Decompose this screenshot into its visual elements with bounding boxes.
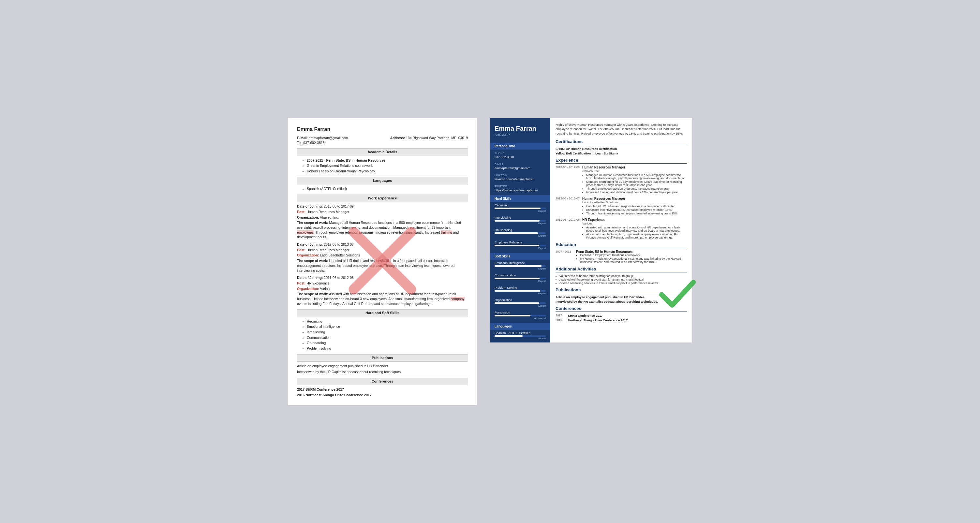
work-scope-0: The scope of work: Managed all Human Res… bbox=[297, 220, 468, 240]
exp-bullet-0-0: Managed all Human Resources functions in… bbox=[586, 173, 687, 180]
tel-val: 937-602-3818 bbox=[303, 141, 325, 145]
work-post-2: Post: HR Experience bbox=[297, 281, 468, 286]
academic-item-0: 2007-2011 - Penn State, BS in Human Reso… bbox=[307, 158, 468, 163]
main-container: Emma Farran E-Mail: emmapfarran@gmail.co… bbox=[262, 118, 718, 405]
right-conferences-title: Conferences bbox=[555, 306, 687, 312]
linkedin-val: linkedin.com/in/emmapfarran bbox=[495, 177, 546, 181]
exp-title-1: Human Resources Manager bbox=[582, 197, 687, 200]
conferences-header: Conferences bbox=[297, 378, 468, 385]
work-org-2: Organization: Various bbox=[297, 286, 468, 291]
exp-bullets-0: Managed all Human Resources functions in… bbox=[586, 173, 687, 194]
exp-detail-2: HR Experience Various Assisted with admi… bbox=[582, 218, 687, 240]
add-1: Assisted with interviewing event staff f… bbox=[560, 278, 687, 281]
conf-year-1: 2016 bbox=[555, 318, 565, 322]
edu-title-0: Penn State, BS in Human Resources bbox=[576, 250, 687, 254]
skill-1: Emotional intelligence bbox=[307, 324, 468, 329]
phone-label: Phone bbox=[495, 151, 546, 155]
work-entry-2: Date of Joining: 2011-06 to 2012-08 Post… bbox=[297, 275, 468, 306]
lang-spanish: Spanish - ACTFL Certified Fluent bbox=[490, 330, 550, 342]
cert-1: Yellow Belt Certification in Lean Six Si… bbox=[555, 151, 687, 155]
experience-title: Experience bbox=[555, 158, 687, 164]
conf-0: 2017 SHRM Conference 2017 bbox=[297, 387, 468, 392]
left-name: Emma Farran bbox=[297, 126, 468, 133]
skill-2: Interviewing bbox=[307, 330, 468, 335]
certifications-title: Certifications bbox=[555, 139, 687, 145]
right-summary: Highly effective Human Resources manager… bbox=[555, 122, 687, 136]
right-credential: SHRM-CP bbox=[495, 133, 546, 137]
add-0: Volunteered to handle temp staffing for … bbox=[560, 274, 687, 278]
conf-entry-0: 2017 SHRM Conference 2017 bbox=[555, 314, 687, 317]
phone-val: 937-602-3818 bbox=[495, 155, 546, 159]
email-val: emmapfarran@gmail.com bbox=[495, 166, 546, 170]
email-val: emmapfarran@gmail.com bbox=[309, 136, 348, 140]
skill-4: On-boarding bbox=[307, 340, 468, 345]
exp-bullets-2: Assisted with administration and operati… bbox=[586, 226, 687, 239]
left-name-block: Emma Farran bbox=[297, 126, 468, 133]
edu-detail-0: Penn State, BS in Human Resources Excell… bbox=[576, 250, 687, 264]
skill-0: Recruiting bbox=[307, 319, 468, 324]
work-scope-2: The scope of work: Assisted with adminis… bbox=[297, 292, 468, 306]
exp-bullet-0-2: Through employee retention programs, inc… bbox=[586, 187, 687, 190]
hard-skills-label: Hard Skills bbox=[490, 195, 550, 202]
right-pub-1: Interviewed by the HR Capitalist podcast… bbox=[555, 300, 687, 304]
exp-bullet-2-0: Assisted with administration and operati… bbox=[586, 226, 687, 232]
work-org-1: Organization: Ladd Leadbetter Solutions bbox=[297, 253, 468, 258]
edu-bullet-0-0: Excelled in Employment Relations coursew… bbox=[580, 254, 687, 257]
exp-entry-0: 2013-08 - 2017-09 Human Resources Manage… bbox=[555, 165, 687, 194]
cert-0: SHRM-CP Human Resources Certification bbox=[555, 147, 687, 151]
work-date-1: Date of Joining: 2012-08 to 2013-07 bbox=[297, 242, 468, 247]
exp-title-0: Human Resources Manager bbox=[582, 165, 687, 169]
email-block: E-mail emmapfarran@gmail.com bbox=[490, 161, 550, 172]
right-main-content: Highly effective Human Resources manager… bbox=[550, 118, 692, 342]
add-2: Offered consulting services to train a s… bbox=[560, 281, 687, 285]
exp-org-1: Ladd Leadbetter Solutions bbox=[582, 200, 687, 204]
twitter-block: Twitter https://twitter.com/emmapfarran bbox=[490, 183, 550, 194]
work-org-0: Organization: Abaveo, Inc. bbox=[297, 215, 468, 220]
skill-recruiting: Recruiting Expert bbox=[490, 202, 550, 215]
work-header: Work Experience bbox=[297, 194, 468, 202]
linkedin-label: LinkedIn bbox=[495, 174, 546, 177]
address-label: Address: bbox=[390, 136, 405, 140]
work-post-0: Post: Human Resources Manager bbox=[297, 210, 468, 215]
right-name-section: Emma Farran SHRM-CP bbox=[490, 118, 550, 141]
skills-list: Recruiting Emotional intelligence Interv… bbox=[307, 319, 468, 351]
academic-item-2: Honors Thesis on Organizational Psycholo… bbox=[307, 169, 468, 174]
conf-1: 2016 Northeast Shingo Prize Conference 2… bbox=[297, 393, 468, 397]
education-title: Education bbox=[555, 242, 687, 248]
exp-bullet-1-2: Through lean interviewing techniques, lo… bbox=[586, 212, 687, 215]
exp-title-2: HR Experience bbox=[582, 218, 687, 222]
tel-label: Tel: bbox=[297, 141, 302, 145]
conf-entry-1: 2016 Northeast Shingo Prize Conference 2… bbox=[555, 318, 687, 322]
additional-title: Additional Activities bbox=[555, 267, 687, 272]
pub-text-2: Interviewed by the HR Capitalist podcast… bbox=[297, 369, 468, 374]
skill-persuasion: Persuasion Advanced bbox=[490, 309, 550, 322]
address-val: 134 Rightward Way Portland, ME, 04019 bbox=[406, 136, 468, 140]
exp-bullet-2-1: At a small manufacturing firm, organized… bbox=[586, 233, 687, 239]
twitter-label: Twitter bbox=[495, 185, 546, 188]
skill-3: Communication bbox=[307, 335, 468, 340]
linkedin-block: LinkedIn linkedin.com/in/emmapfarran bbox=[490, 172, 550, 183]
exp-detail-1: Human Resources Manager Ladd Leadbetter … bbox=[582, 197, 687, 215]
conf-name-1: Northeast Shingo Prize Conference 2017 bbox=[568, 318, 628, 322]
exp-bullet-1-1: Enhanced incentive structure. Increased … bbox=[586, 208, 687, 211]
work-date-0: Date of Joining: 2013-08 to 2017-09 bbox=[297, 204, 468, 209]
edu-bullets-0: Excelled in Employment Relations coursew… bbox=[580, 254, 687, 264]
language-item-0: Spanish (ACTFL Certified) bbox=[307, 186, 468, 191]
languages-label: Languages bbox=[490, 323, 550, 330]
right-name: Emma Farran bbox=[495, 124, 546, 132]
edu-entry-0: 2007 - 2011 Penn State, BS in Human Reso… bbox=[555, 250, 687, 264]
soft-skills-label: Soft Skills bbox=[490, 253, 550, 260]
conf-name-0: SHRM Conference 2017 bbox=[568, 314, 603, 317]
email-label: E-Mail: bbox=[297, 136, 308, 140]
exp-bullet-1-0: Handled all HR duties and responsibiliti… bbox=[586, 205, 687, 208]
languages-header: Languages bbox=[297, 177, 468, 184]
exp-entry-2: 2011-06 - 2012-08 HR Experience Various … bbox=[555, 218, 687, 240]
skills-header: Hard and Soft Skills bbox=[297, 309, 468, 317]
pub-text-1: Article on employee engagement published… bbox=[297, 364, 468, 369]
skill-emotional-intel: Emotional Intelligence Expert bbox=[490, 260, 550, 272]
skill-onboarding: On-Boarding Expert bbox=[490, 227, 550, 239]
academic-strong: 2007-2011 - Penn State, BS in Human Reso… bbox=[307, 158, 386, 162]
email-label: E-mail bbox=[495, 162, 546, 166]
exp-detail-0: Human Resources Manager Abaveo, Inc. Man… bbox=[582, 165, 687, 194]
publications-header: Publications bbox=[297, 354, 468, 362]
